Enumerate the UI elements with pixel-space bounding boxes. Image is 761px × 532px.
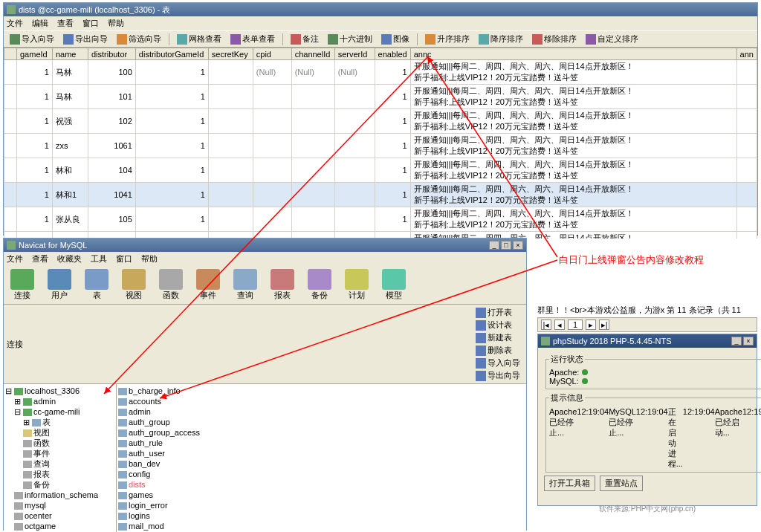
minimize-button[interactable]: _ — [489, 241, 499, 250]
prev-button[interactable]: ◂ — [554, 319, 565, 330]
menu-item[interactable]: 窗口 — [116, 253, 132, 265]
close-button[interactable]: × — [743, 337, 754, 346]
column-header[interactable]: name — [52, 48, 88, 60]
list-item[interactable]: config — [118, 469, 525, 479]
close-button[interactable]: × — [513, 241, 523, 250]
titlebar[interactable]: phpStudy 2018 PHP-5.4.45-NTS _× — [538, 334, 757, 348]
column-header[interactable]: annc — [410, 48, 736, 60]
table-row[interactable]: 1马林10111开服通知|||每周二、周四、周六、周六、周日14点开放新区！新手… — [4, 85, 757, 109]
tree-folder[interactable]: 查询 — [5, 458, 114, 469]
subtool-button[interactable]: 设计表 — [473, 319, 523, 331]
toolbar-button[interactable]: 图像 — [378, 33, 412, 45]
tree-db[interactable]: information_schema — [5, 490, 114, 500]
toolbar-button[interactable]: 模型 — [378, 269, 409, 301]
list-item[interactable]: logins — [118, 510, 525, 521]
maximize-button[interactable]: □ — [501, 241, 511, 250]
list-item[interactable]: accounts — [118, 396, 525, 406]
column-header[interactable]: cpid — [253, 48, 291, 60]
toolbar-button[interactable]: 十六进制 — [325, 33, 375, 45]
toolbar-button[interactable]: 导入向导 — [7, 33, 57, 45]
list-item[interactable]: auth_group — [118, 417, 525, 427]
tree-db[interactable]: mysql — [5, 500, 114, 510]
toolbar-button[interactable]: 表单查看 — [227, 33, 278, 45]
toolbar-button[interactable]: 降序排序 — [476, 33, 526, 45]
page-input[interactable]: 1 — [568, 319, 583, 330]
titlebar[interactable]: dists @cc-game-mili (localhost_3306) - 表 — [4, 3, 757, 16]
reset-button[interactable]: 重置站点 — [600, 476, 643, 491]
next-button[interactable]: ▸ — [586, 319, 596, 330]
list-item[interactable]: mail_mod — [118, 521, 525, 531]
toolbar-button[interactable]: 报表 — [267, 269, 298, 301]
menu-item[interactable]: 文件 — [7, 253, 23, 265]
table-row[interactable]: 1祝强10211开服通知|||每周二、周四、周六、周六、周日14点开放新区！新手… — [4, 109, 757, 134]
tree-folder[interactable]: 报表 — [5, 469, 114, 479]
menu-item[interactable]: 工具 — [91, 253, 107, 265]
table-row[interactable]: 1张从良10511开服通知|||每周二、周四、周六、周六、周日14点开放新区！新… — [4, 207, 757, 232]
toolbar-button[interactable]: 函数 — [155, 269, 187, 301]
subtool-button[interactable]: 导入向导 — [473, 357, 523, 369]
tree-folder[interactable]: 视图 — [5, 427, 114, 438]
subtool-button[interactable]: 导出向导 — [473, 369, 523, 382]
table-list[interactable]: b_charge_infoaccountsadminauth_groupauth… — [117, 384, 526, 532]
toolbar-button[interactable]: 表 — [81, 269, 112, 301]
first-button[interactable]: |◂ — [541, 319, 551, 330]
toolbar-button[interactable]: 备份 — [304, 269, 335, 301]
menu-item[interactable]: 收藏夹 — [57, 253, 82, 265]
menu-item[interactable]: 查看 — [57, 18, 74, 29]
menu-item[interactable]: 帮助 — [108, 18, 124, 29]
toolbar-button[interactable]: 计划 — [341, 269, 372, 301]
list-item[interactable]: dists — [118, 479, 525, 490]
column-header[interactable]: channelId — [291, 48, 334, 60]
menu-item[interactable]: 文件 — [7, 18, 23, 29]
list-item[interactable]: ban_dev — [118, 458, 525, 469]
tree-folder[interactable]: 事件 — [5, 448, 114, 458]
toolbar-button[interactable]: 连接 — [7, 269, 38, 301]
table-row[interactable]: 1马林1001(Null)(Null)(Null)1开服通知|||每周二、周四、… — [4, 60, 757, 85]
table-row[interactable]: 1zxs106111开服通知|||每周二、周四、周六、周六、周日14点开放新区！… — [4, 134, 757, 158]
list-item[interactable]: b_charge_info — [118, 386, 525, 396]
toolbar-button[interactable]: 导出向导 — [60, 33, 111, 45]
list-item[interactable]: login_error — [118, 500, 525, 510]
subtool-button[interactable]: 打开表 — [473, 306, 523, 319]
column-header[interactable]: serverId — [334, 48, 375, 60]
column-header[interactable]: enabled — [375, 48, 410, 60]
list-item[interactable]: admin — [118, 406, 525, 417]
list-item[interactable]: games — [118, 490, 525, 500]
pager[interactable]: |◂ ◂ 1 ▸ ▸| — [537, 317, 757, 332]
subtool-button[interactable]: 新建表 — [473, 331, 523, 344]
tree-db[interactable]: ⊟ cc-game-mili — [5, 406, 114, 417]
toolbar-button[interactable]: 事件 — [192, 269, 224, 301]
toolbar-button[interactable]: 筛选向导 — [114, 33, 164, 45]
toolbar-button[interactable]: 查询 — [230, 269, 261, 301]
titlebar[interactable]: Navicat for MySQL _ □ × — [4, 239, 526, 252]
menu-item[interactable]: 查看 — [32, 253, 48, 265]
tree-db[interactable]: ocenter — [5, 510, 114, 521]
tree-folder[interactable]: 函数 — [5, 438, 114, 448]
toolbar-button[interactable]: 网格查看 — [174, 33, 224, 45]
toolbar-button[interactable]: 备注 — [288, 33, 322, 45]
toolbox-button[interactable]: 打开工具箱 — [544, 476, 595, 491]
tree-db[interactable]: octgame — [5, 521, 114, 531]
list-item[interactable]: auth_group_access — [118, 427, 525, 438]
list-item[interactable]: auth_rule — [118, 438, 525, 448]
last-button[interactable]: ▸| — [599, 319, 609, 330]
tree-folder[interactable]: ⊞ 表 — [5, 417, 114, 427]
column-header[interactable]: ann — [736, 48, 757, 60]
column-header[interactable]: secretKey — [208, 48, 253, 60]
toolbar-button[interactable]: 用户 — [44, 269, 75, 301]
tree-conn[interactable]: ⊟ localhost_3306 — [5, 386, 114, 396]
toolbar-button[interactable]: 视图 — [118, 269, 149, 301]
subtool-button[interactable]: 删除表 — [473, 344, 523, 357]
list-item[interactable]: auth_user — [118, 448, 525, 458]
column-header[interactable]: gameId — [17, 48, 53, 60]
menu-item[interactable]: 窗口 — [82, 18, 99, 29]
toolbar-button[interactable]: 自定义排序 — [583, 33, 641, 45]
column-header[interactable]: distributorGameId — [135, 48, 208, 60]
minimize-button[interactable]: _ — [731, 337, 742, 346]
menu-item[interactable]: 帮助 — [141, 253, 158, 265]
table-row[interactable]: 1林和10411开服通知|||每周二、周四、周六、周六、周日14点开放新区！新手… — [4, 158, 757, 183]
column-header[interactable]: distributor — [88, 48, 135, 60]
menu-item[interactable]: 编辑 — [32, 18, 48, 29]
data-grid[interactable]: gameIdnamedistributordistributorGameIdse… — [4, 48, 757, 239]
tree-db[interactable]: ⊞ admin — [5, 396, 114, 406]
